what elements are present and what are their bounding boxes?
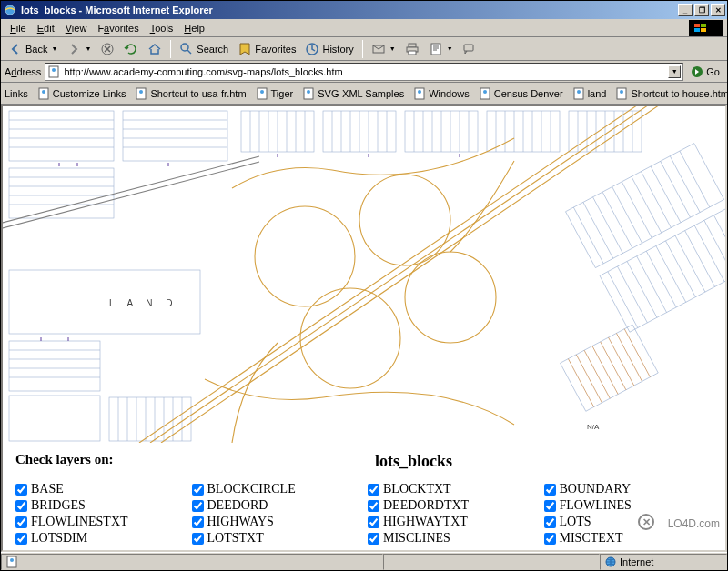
svg-line-110 [622, 182, 652, 238]
layer-label: MISCTEXT [560, 531, 623, 546]
svg-text:N/A: N/A [587, 423, 600, 431]
menu-tools[interactable]: Tools [145, 21, 179, 35]
layer-item: LOTSDIM [15, 531, 185, 546]
layer-checkbox-highwaytxt[interactable] [368, 516, 379, 528]
link-item[interactable]: land [569, 85, 611, 102]
svg-rect-104 [566, 144, 724, 268]
link-item[interactable]: Census Denver [475, 85, 567, 102]
layer-checkbox-blocktxt[interactable] [368, 484, 379, 496]
svg-point-20 [139, 90, 143, 94]
link-item[interactable]: Shortcut to usa-fr.htm [131, 85, 249, 102]
svg-rect-2 [701, 24, 706, 27]
svg-line-114 [661, 161, 691, 217]
page-icon [5, 556, 18, 568]
layer-checkbox-misclines[interactable] [368, 533, 379, 545]
page-icon [413, 87, 426, 100]
page-icon [37, 87, 50, 100]
svg-line-135 [601, 342, 626, 390]
layer-checkbox-base[interactable] [15, 484, 27, 496]
menu-edit[interactable]: Edit [32, 21, 60, 35]
svg-point-15 [52, 68, 56, 72]
stop-button[interactable] [96, 39, 118, 59]
chevron-down-icon: ▼ [389, 45, 396, 52]
svg-line-147 [3, 162, 259, 230]
svg-line-128 [704, 220, 725, 276]
layer-checkbox-blockcircle[interactable] [192, 484, 204, 496]
history-button[interactable]: History [301, 39, 357, 59]
svg-line-119 [617, 266, 647, 323]
svg-line-126 [685, 231, 715, 287]
layer-checkbox-lotstxt[interactable] [192, 533, 204, 545]
discuss-button[interactable] [459, 39, 480, 59]
layer-checkbox-misctext[interactable] [544, 533, 556, 545]
svg-line-106 [583, 202, 613, 258]
layer-checkbox-lots[interactable] [544, 516, 556, 528]
layer-checkbox-flowlinestxt[interactable] [15, 516, 27, 528]
svg-point-142 [255, 206, 355, 306]
svg-point-143 [359, 175, 450, 265]
svg-rect-90 [9, 396, 100, 441]
svg-line-107 [593, 197, 623, 254]
svg-point-30 [577, 90, 581, 94]
refresh-button[interactable] [120, 39, 142, 59]
link-item[interactable]: Shortcut to house.html [612, 85, 727, 102]
statusbar: Internet [1, 552, 727, 570]
svg-rect-3 [694, 28, 700, 32]
page-icon [256, 87, 268, 100]
link-item[interactable]: SVG-XML Samples [298, 85, 408, 102]
toolbar: Back ▼ ▼ Search Favorites History [1, 37, 727, 61]
menu-file[interactable]: File [5, 21, 32, 35]
favorites-button[interactable]: Favorites [234, 39, 299, 59]
svg-point-24 [307, 90, 310, 94]
url-dropdown[interactable]: ▼ [668, 65, 681, 78]
svg-line-109 [612, 187, 642, 244]
layer-checkbox-deedordtxt[interactable] [368, 500, 379, 512]
go-button[interactable]: Go [687, 63, 723, 81]
svg-line-115 [670, 156, 700, 213]
svg-rect-89 [9, 341, 100, 391]
layer-checkbox-lotsdim[interactable] [15, 533, 27, 545]
check-layers-label: Check layers on: [15, 452, 375, 471]
mail-button[interactable]: ▼ [368, 39, 399, 59]
svg-line-134 [592, 346, 618, 395]
address-bar: Address ▼ Go [1, 61, 727, 83]
menu-help[interactable]: Help [178, 21, 210, 35]
svg-line-121 [637, 256, 667, 313]
svg-rect-33 [9, 111, 114, 161]
link-item[interactable]: Tiger [252, 85, 298, 102]
toolbar-separator [170, 40, 171, 58]
layer-checkbox-boundary[interactable] [544, 484, 556, 496]
svg-map[interactable]: L A N D N/A [3, 106, 725, 443]
titlebar: lots_blocks - Microsoft Internet Explore… [1, 1, 727, 19]
links-label: Links [5, 88, 28, 99]
menu-favorites[interactable]: Favorites [92, 21, 144, 35]
url-input[interactable] [64, 66, 664, 77]
layer-item: FLOWLINESTXT [15, 515, 185, 529]
edit-button[interactable]: ▼ [425, 39, 457, 59]
menu-view[interactable]: View [60, 21, 93, 35]
maximize-button[interactable]: ❐ [694, 4, 709, 16]
svg-point-26 [418, 90, 421, 94]
link-item[interactable]: Windows [410, 85, 473, 102]
svg-line-123 [656, 246, 686, 303]
close-button[interactable]: ✕ [711, 4, 725, 16]
layer-label: MISCLINES [383, 531, 450, 546]
svg-point-6 [181, 44, 188, 51]
svg-line-125 [675, 235, 705, 292]
layer-label: BLOCKTXT [383, 482, 451, 496]
forward-button[interactable]: ▼ [63, 39, 95, 59]
minimize-button[interactable]: _ [678, 4, 693, 16]
svg-line-132 [576, 355, 602, 403]
link-item[interactable]: Customize Links [34, 85, 130, 102]
favorites-label: Favorites [255, 44, 296, 55]
layer-checkbox-flowlines[interactable] [544, 500, 556, 512]
search-button[interactable]: Search [176, 39, 232, 59]
layer-checkbox-deedord[interactable] [192, 500, 204, 512]
svg-rect-4 [701, 28, 706, 32]
layer-checkbox-bridges[interactable] [15, 500, 27, 512]
layer-checkbox-highways[interactable] [192, 516, 204, 528]
back-button[interactable]: Back ▼ [5, 39, 61, 59]
home-button[interactable] [144, 39, 166, 59]
print-button[interactable] [401, 39, 423, 59]
layer-label: BASE [31, 482, 64, 496]
